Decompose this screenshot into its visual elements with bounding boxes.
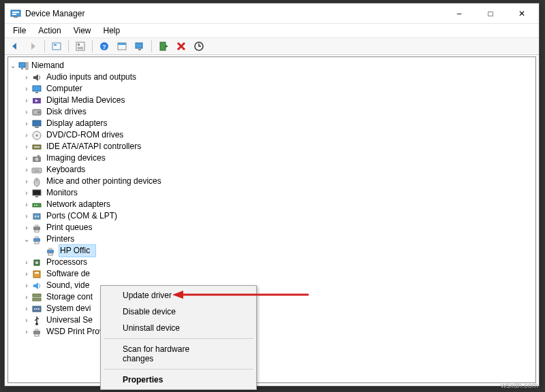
printer2-icon (31, 234, 42, 245)
back-button[interactable] (7, 39, 22, 54)
minimize-button[interactable]: – (443, 3, 475, 24)
tree-category[interactable]: ›DVD/CD-ROM drives (8, 129, 535, 141)
expand-icon[interactable]: › (22, 71, 31, 83)
context-menu-item[interactable]: Properties (102, 372, 255, 388)
svg-point-49 (35, 216, 36, 217)
tree-root[interactable]: ⌄Niemand (8, 60, 535, 71)
svg-rect-0 (11, 10, 20, 16)
expand-icon[interactable]: › (22, 268, 31, 280)
tree-category-label: Processors (45, 257, 89, 268)
svg-point-67 (34, 308, 35, 310)
action-button[interactable] (114, 39, 129, 54)
properties-button[interactable] (73, 39, 88, 54)
toolbar-separator (68, 40, 69, 52)
tree-category[interactable]: ›Imaging devices (8, 152, 535, 164)
expand-icon[interactable]: › (22, 141, 31, 152)
usb-icon (31, 315, 42, 326)
expand-icon[interactable]: › (22, 303, 31, 314)
expand-icon[interactable]: ⌄ (22, 233, 31, 245)
tree-category-label: Mice and other pointing devices (45, 176, 163, 187)
update-button[interactable] (191, 39, 206, 54)
media-icon (31, 95, 42, 106)
menu-help[interactable]: Help (98, 24, 126, 37)
enable-button[interactable] (156, 39, 171, 54)
expand-icon[interactable]: › (22, 280, 31, 291)
tree-category[interactable]: ›Storage cont (8, 291, 535, 303)
expand-icon[interactable]: › (22, 199, 31, 210)
tree-category[interactable]: ›Universal Se (8, 314, 535, 326)
expand-icon[interactable]: › (22, 176, 31, 187)
printer-icon (31, 223, 42, 233)
port-icon (31, 211, 42, 222)
svg-rect-51 (33, 227, 40, 230)
context-menu-item[interactable]: Uninstall device (102, 320, 255, 336)
expand-icon[interactable]: › (22, 129, 31, 141)
device-tree[interactable]: ⌄Niemand›Audio inputs and outputs›Comput… (8, 57, 535, 340)
expand-icon[interactable]: › (22, 187, 31, 199)
tree-category[interactable]: ›Computer (8, 83, 535, 95)
tree-category-label: System devi (45, 303, 92, 314)
tree-category[interactable]: ›Display adapters (8, 118, 535, 129)
menu-file[interactable]: File (7, 24, 31, 37)
svg-rect-59 (48, 253, 52, 255)
tree-category-label: Imaging devices (45, 152, 107, 164)
tree-category[interactable]: ›Software de (8, 268, 535, 280)
context-menu-item[interactable]: Scan for hardware changes (102, 341, 255, 367)
context-menu-item[interactable]: Update driver (102, 287, 255, 304)
tree-category[interactable]: ›Processors (8, 257, 535, 268)
tree-category[interactable]: ›Disk drives (8, 106, 535, 118)
tree-category[interactable]: ⌄Printers (8, 233, 535, 245)
svg-rect-15 (138, 49, 141, 50)
context-menu-item[interactable]: Disable device (102, 304, 255, 320)
tree-category[interactable]: ›System devi (8, 303, 535, 314)
expand-icon[interactable]: › (22, 83, 31, 95)
expand-icon[interactable]: › (22, 257, 31, 268)
expand-icon[interactable]: › (22, 118, 31, 129)
close-button[interactable]: ✕ (506, 3, 538, 24)
disk-icon (31, 107, 42, 118)
maximize-button[interactable]: □ (475, 3, 506, 24)
tree-category-label: Sound, vide (45, 280, 91, 291)
tree-category[interactable]: ›Print queues (8, 222, 535, 233)
toolbar-separator (44, 40, 45, 52)
tree-category[interactable]: ›Digital Media Devices (8, 95, 535, 106)
expand-icon[interactable]: › (22, 164, 31, 176)
expand-icon[interactable]: › (22, 314, 31, 326)
expand-icon[interactable]: › (22, 106, 31, 118)
svg-rect-53 (35, 230, 39, 232)
tree-category[interactable]: ›Network adapters (8, 199, 535, 210)
window-title: Device Manager (25, 9, 443, 18)
tree-category[interactable]: ›Monitors (8, 187, 535, 199)
tree-category-label: Ports (COM & LPT) (45, 210, 119, 222)
forward-button[interactable] (25, 39, 40, 54)
expand-icon[interactable]: › (22, 210, 31, 222)
svg-rect-7 (78, 44, 80, 46)
tree-category[interactable]: ›Audio inputs and outputs (8, 71, 535, 83)
tree-category[interactable]: ›Mice and other pointing devices (8, 176, 535, 187)
expand-icon[interactable]: › (22, 222, 31, 233)
tree-device[interactable]: ›HP Offic (8, 245, 535, 257)
expand-icon[interactable]: › (22, 95, 31, 106)
storage-icon (31, 292, 42, 303)
tree-category-label: Software de (45, 268, 91, 280)
tree-category[interactable]: ›Sound, vide (8, 280, 535, 291)
tree-category[interactable]: ›IDE ATA/ATAPI controllers (8, 141, 535, 152)
tree-category[interactable]: ›Keyboards (8, 164, 535, 176)
tree-category[interactable]: ›WSD Print Provider (8, 326, 535, 338)
uninstall-button[interactable] (174, 39, 189, 54)
svg-point-69 (38, 308, 40, 310)
show-hidden-button[interactable] (49, 39, 64, 54)
collapse-icon[interactable]: ⌄ (8, 60, 18, 71)
menu-view[interactable]: View (68, 24, 97, 37)
svg-rect-73 (35, 334, 39, 336)
tree-category[interactable]: ›Ports (COM & LPT) (8, 210, 535, 222)
help-button[interactable]: ? (97, 39, 112, 54)
svg-rect-46 (34, 205, 35, 206)
svg-rect-47 (36, 205, 37, 206)
menu-action[interactable]: Action (33, 24, 66, 37)
expand-icon[interactable]: › (22, 326, 31, 338)
expand-icon[interactable]: › (22, 291, 31, 303)
expand-icon[interactable]: › (22, 152, 31, 164)
scan-button[interactable] (132, 39, 147, 54)
svg-rect-1 (12, 12, 19, 13)
